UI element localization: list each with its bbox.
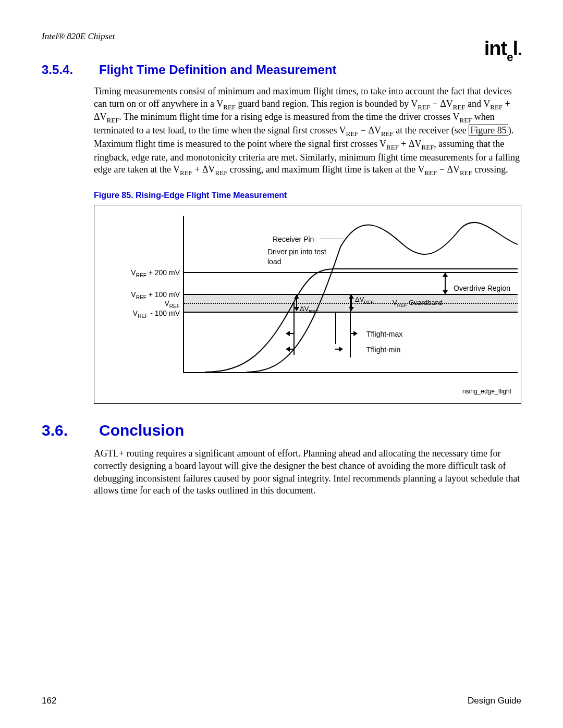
section-3-5-4: 3.5.4. Flight Time Definition and Measur… [42,63,521,404]
figure-85-ref[interactable]: Figure 85 [469,125,508,136]
figure-axes: VREF + 200 mV VREF + 100 mV VREF VREF - … [183,216,518,373]
page-number: 162 [42,696,56,706]
page-footer: 162 Design Guide [42,696,521,706]
section-3-6: 3.6. Conclusion AGTL+ routing requires a… [42,422,521,497]
heading-title: Flight Time Definition and Measurement [99,63,337,77]
logo-dot-icon [519,53,521,55]
para-3-6: AGTL+ routing requires a significant amo… [94,448,521,497]
doc-title: Design Guide [468,696,521,706]
page: Intel® 820E Chipset intel 3.5.4. Flight … [0,0,563,728]
heading-number: 3.5.4. [42,63,90,77]
figure-source-label: rising_edge_flight [462,388,511,396]
intel-logo: intel [484,38,521,63]
signal-curves-icon [184,216,518,372]
running-header: Intel® 820E Chipset [42,31,521,42]
figure-85: VREF + 200 mV VREF + 100 mV VREF VREF - … [94,205,521,404]
para-3-5-4: Timing measurements consist of minimum a… [94,85,521,404]
heading-title: Conclusion [99,422,184,439]
heading-3-5-4: 3.5.4. Flight Time Definition and Measur… [42,63,521,77]
heading-number: 3.6. [42,422,90,439]
heading-3-6: 3.6. Conclusion [42,422,521,439]
figure-85-caption: Figure 85. Rising-Edge Flight Time Measu… [94,190,521,201]
logo-text: intel [484,38,518,59]
